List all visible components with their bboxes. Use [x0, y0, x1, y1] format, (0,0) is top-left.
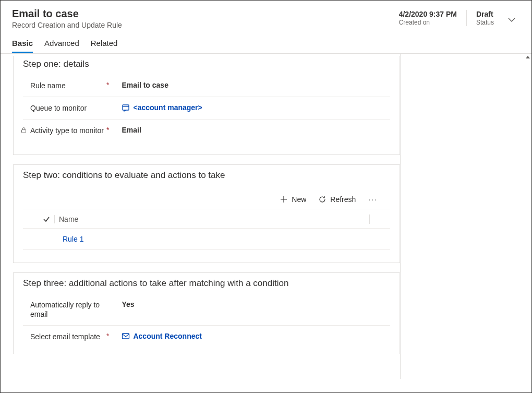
tab-related[interactable]: Related [91, 39, 118, 53]
more-actions-button[interactable]: ··· [368, 195, 378, 204]
required-indicator: * [106, 126, 117, 134]
activity-type-value: Email [117, 126, 390, 134]
status-label: Status [476, 19, 494, 26]
queue-value[interactable]: <account manager> [117, 103, 390, 112]
status-block: Draft Status [466, 10, 494, 26]
page-header: Email to case Record Creation and Update… [1, 1, 531, 54]
new-label: New [292, 195, 306, 204]
tabs: Basic Advanced Related [12, 39, 390, 53]
expand-chevron[interactable] [503, 13, 520, 24]
auto-reply-label: Automatically reply to email [23, 300, 106, 319]
step-three-title: Step three: additional actions to take a… [23, 278, 390, 289]
rule-link[interactable]: Rule 1 [54, 235, 83, 243]
step-two-title: Step two: conditions to evaluate and act… [23, 170, 390, 181]
checkmark-icon [43, 216, 50, 223]
svg-rect-1 [21, 130, 26, 133]
rule-name-label: Rule name [23, 81, 106, 90]
queue-label: Queue to monitor [23, 103, 106, 113]
tab-advanced[interactable]: Advanced [44, 39, 79, 53]
template-label: Select email template [23, 332, 106, 341]
template-icon [122, 332, 130, 340]
column-name-header[interactable]: Name [54, 215, 369, 223]
queue-row: Queue to monitor * <account manager> [23, 97, 390, 120]
auto-reply-row: Automatically reply to email * Yes [23, 294, 390, 326]
created-on-value: 4/2/2020 9:37 PM [399, 10, 457, 18]
status-value: Draft [476, 10, 494, 18]
page-title: Email to case [12, 8, 390, 20]
tab-basic[interactable]: Basic [12, 39, 33, 53]
step-one-title: Step one: details [23, 59, 390, 69]
template-value[interactable]: Account Reconnect [117, 332, 390, 340]
plus-icon [280, 196, 287, 203]
scrollbar[interactable] [525, 54, 531, 379]
page-subtitle: Record Creation and Update Rule [12, 21, 390, 29]
refresh-icon [319, 196, 326, 203]
step-three-card: Step three: additional actions to take a… [13, 272, 400, 354]
required-indicator: * [106, 332, 117, 340]
lock-icon [20, 127, 27, 134]
queue-link[interactable]: <account manager> [133, 103, 202, 112]
activity-type-row: Activity type to monitor * Email [23, 120, 390, 141]
svg-rect-0 [123, 105, 129, 110]
created-on-block: 4/2/2020 9:37 PM Created on [390, 10, 457, 26]
step-two-card: Step two: conditions to evaluate and act… [13, 164, 400, 263]
activity-type-label: Activity type to monitor [23, 126, 106, 135]
required-indicator: * [106, 81, 117, 89]
svg-rect-2 [123, 334, 129, 339]
refresh-button[interactable]: Refresh [319, 195, 356, 204]
template-row: Select email template * Account Reconnec… [23, 326, 390, 348]
rule-name-row: Rule name * Email to case [23, 75, 390, 97]
scroll-up-arrow-icon[interactable] [525, 55, 530, 60]
created-on-label: Created on [399, 19, 457, 26]
select-all-column[interactable] [39, 216, 54, 223]
step-one-card: Step one: details Rule name * Email to c… [13, 56, 400, 155]
auto-reply-value[interactable]: Yes [117, 300, 390, 308]
refresh-label: Refresh [330, 195, 356, 204]
right-pane [400, 54, 531, 379]
grid-header: Name [23, 209, 390, 229]
chevron-down-icon [507, 16, 516, 24]
new-button[interactable]: New [280, 195, 306, 204]
table-row[interactable]: Rule 1 [23, 229, 390, 250]
step-two-toolbar: New Refresh ··· [23, 186, 390, 209]
template-link[interactable]: Account Reconnect [133, 332, 201, 340]
column-spacer [369, 215, 390, 224]
rule-name-value[interactable]: Email to case [117, 81, 390, 89]
queue-icon [122, 103, 130, 112]
